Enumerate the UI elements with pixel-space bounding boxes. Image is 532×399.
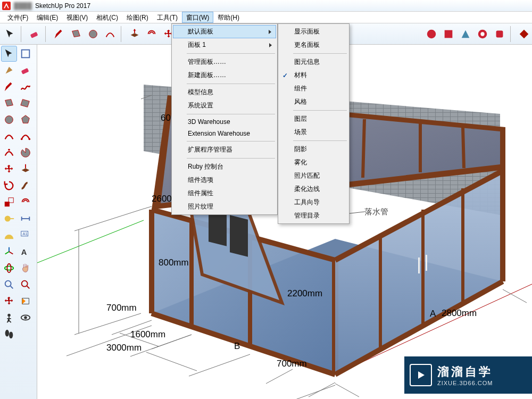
menu-draw[interactable]: 绘图(R): [122, 12, 153, 23]
menu-panel-1[interactable]: 面板 1: [173, 38, 276, 52]
submenu-instructor[interactable]: 工具向导: [279, 196, 348, 209]
watermark-url: ZIXUE.3D66.COM: [437, 380, 493, 386]
submenu-show-panel[interactable]: 显示面板: [279, 25, 348, 38]
palette-2pt-arc-icon[interactable]: [18, 128, 34, 144]
palette-look-icon[interactable]: [18, 310, 34, 326]
palette-line-icon[interactable]: [1, 79, 17, 95]
svg-point-27: [5, 330, 9, 337]
palette-dimension-icon[interactable]: [18, 211, 34, 227]
menu-camera[interactable]: 相机(C): [92, 12, 122, 23]
menu-bar[interactable]: 文件(F) 编辑(E) 视图(V) 相机(C) 绘图(R) 工具(T) 窗口(W…: [0, 12, 532, 23]
palette-rotrect-icon[interactable]: [18, 95, 34, 111]
right-tool-5-icon[interactable]: [492, 26, 508, 42]
palette-protractor-icon[interactable]: [1, 227, 17, 243]
offset-tool-icon[interactable]: [144, 26, 160, 42]
submenu-fog[interactable]: 雾化: [279, 156, 348, 169]
menu-manage-panels[interactable]: 管理面板……: [173, 55, 276, 69]
palette-position-camera-icon[interactable]: [1, 310, 17, 326]
submenu-soften-edges[interactable]: 柔化边线: [279, 182, 348, 196]
annotation-downpipe: 落水管: [364, 207, 388, 217]
submenu-styles[interactable]: 风格: [279, 95, 348, 109]
palette-3dtext-icon[interactable]: A: [18, 244, 34, 260]
palette-text-icon[interactable]: A1: [18, 227, 34, 243]
palette-eraser-icon[interactable]: [18, 62, 34, 78]
menu-edit[interactable]: 编辑(E): [32, 12, 62, 23]
palette-component-icon[interactable]: [18, 46, 34, 62]
palette-pie-icon[interactable]: [18, 145, 34, 161]
submenu-match-photo[interactable]: 照片匹配: [279, 169, 348, 182]
right-tool-2-icon[interactable]: [440, 26, 456, 42]
right-tool-6-icon[interactable]: [516, 26, 532, 42]
palette-paint-icon[interactable]: [1, 62, 17, 78]
default-panel-submenu[interactable]: 显示面板 更名面板 图元信息 ✓材料 组件 风格 图层 场景 阴影 雾化 照片匹…: [278, 23, 350, 224]
submenu-scenes[interactable]: 场景: [279, 126, 348, 139]
palette-circle-icon[interactable]: [1, 112, 17, 128]
palette-followme-icon[interactable]: [18, 178, 34, 194]
palette-walk-icon[interactable]: [1, 326, 17, 342]
palette-orbit-icon[interactable]: [1, 260, 17, 276]
menu-new-panel[interactable]: 新建面板……: [173, 69, 276, 82]
menu-view[interactable]: 视图(V): [62, 12, 92, 23]
submenu-entity-info[interactable]: 图元信息: [279, 55, 348, 69]
palette-select-icon[interactable]: [1, 46, 17, 62]
palette-pan-icon[interactable]: [18, 260, 34, 276]
svg-rect-60: [418, 257, 420, 273]
dim-3000: 3000mm: [106, 343, 142, 353]
palette-freehand-icon[interactable]: [18, 79, 34, 95]
palette-move-icon[interactable]: [1, 161, 17, 177]
select-tool-icon[interactable]: [2, 26, 18, 42]
menu-file[interactable]: 文件(F): [3, 12, 32, 23]
submenu-components[interactable]: 组件: [279, 82, 348, 95]
menu-default-panel[interactable]: 默认面板: [173, 25, 276, 38]
palette-rotate-icon[interactable]: [1, 178, 17, 194]
palette-polygon-icon[interactable]: [18, 112, 34, 128]
submenu-manage-catalog[interactable]: 管理目录: [279, 209, 348, 222]
svg-point-28: [9, 331, 13, 338]
dim-800: 800mm: [159, 257, 189, 268]
menu-component-options[interactable]: 组件选项: [173, 173, 276, 187]
svg-point-21: [7, 264, 11, 273]
submenu-shadows[interactable]: 阴影: [279, 143, 348, 156]
palette-zoom-extents-icon[interactable]: [1, 293, 17, 309]
palette-arc-icon[interactable]: [1, 128, 17, 144]
right-tool-4-icon[interactable]: [475, 26, 491, 42]
palette-rect-icon[interactable]: [1, 95, 17, 111]
right-tool-1-icon[interactable]: [423, 26, 439, 42]
window-menu-dropdown[interactable]: 默认面板 面板 1 管理面板…… 新建面板…… 模型信息 系统设置 3D War…: [171, 23, 278, 215]
circle-tool-icon[interactable]: [85, 26, 101, 42]
menu-component-attrs[interactable]: 组件属性: [173, 187, 276, 200]
menu-3d-warehouse[interactable]: 3D Warehouse: [173, 116, 276, 128]
pushpull-tool-icon[interactable]: [127, 26, 143, 42]
palette-zoom-icon[interactable]: [1, 277, 17, 293]
menu-photo-textures[interactable]: 照片纹理: [173, 200, 276, 213]
palette-3pt-arc-icon[interactable]: [1, 145, 17, 161]
svg-text:A: A: [21, 248, 27, 256]
svg-point-26: [24, 316, 27, 319]
palette-axes-icon[interactable]: [1, 244, 17, 260]
menu-help[interactable]: 帮助(H): [213, 12, 244, 23]
menu-ruby-console[interactable]: Ruby 控制台: [173, 160, 276, 173]
submenu-rename-panel[interactable]: 更名面板: [279, 38, 348, 52]
submenu-materials[interactable]: ✓材料: [279, 69, 348, 82]
palette-scale-icon[interactable]: [1, 194, 17, 210]
right-tool-3-icon[interactable]: [458, 26, 473, 42]
menu-model-info[interactable]: 模型信息: [173, 86, 276, 99]
pencil-tool-icon[interactable]: [51, 26, 67, 42]
menu-extension-warehouse[interactable]: Extension Warehouse: [173, 128, 276, 139]
eraser-tool-icon[interactable]: [27, 26, 43, 42]
menu-system-prefs[interactable]: 系统设置: [173, 99, 276, 112]
svg-point-20: [5, 266, 14, 270]
palette-offset-icon[interactable]: [18, 194, 34, 210]
palette-pushpull-icon[interactable]: [18, 161, 34, 177]
menu-extension-manager[interactable]: 扩展程序管理器: [173, 143, 276, 156]
submenu-layers[interactable]: 图层: [279, 112, 348, 126]
palette-zoom-window-icon[interactable]: [18, 277, 34, 293]
menu-window[interactable]: 窗口(W): [182, 12, 213, 23]
svg-point-24: [7, 314, 11, 317]
palette-tape-icon[interactable]: [1, 211, 17, 227]
rectangle-tool-icon[interactable]: [68, 26, 84, 42]
menu-tools[interactable]: 工具(T): [153, 12, 182, 23]
palette-section-icon[interactable]: [18, 293, 34, 309]
arc-tool-icon[interactable]: [102, 26, 118, 42]
svg-rect-6: [496, 30, 503, 37]
